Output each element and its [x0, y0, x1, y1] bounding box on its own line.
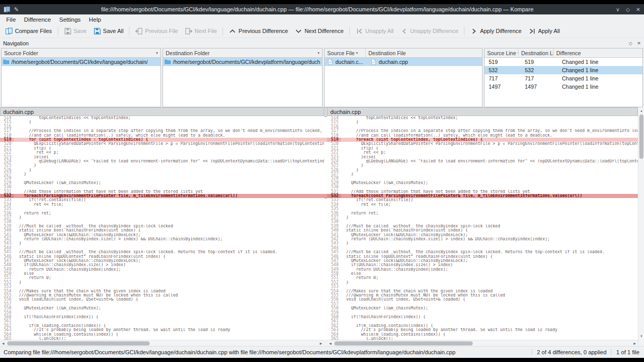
source-pane-title: duchain.cpp: [0, 107, 324, 116]
difference-row[interactable]: 717717Changed 1 line: [485, 74, 642, 83]
code-text: }: [14, 163, 324, 168]
source-hscrollbar[interactable]: ◀ ▶: [0, 340, 324, 346]
next-difference-icon: [295, 27, 302, 35]
code-line: 564 while(m_loading.contains(index)) {: [327, 333, 638, 337]
code-line: 544: [327, 246, 638, 250]
source-line-header[interactable]: Source Line ▾: [485, 48, 519, 57]
unapply-difference-button[interactable]: Unapply Difference: [397, 26, 461, 37]
menu-settings[interactable]: Settings: [55, 15, 85, 24]
dock-close-button[interactable]: ✕: [637, 41, 641, 46]
code-text: }: [14, 241, 324, 245]
previous-difference-button[interactable]: Previous Difference: [226, 26, 291, 37]
scroll-left-icon[interactable]: ◀: [327, 340, 333, 347]
code-line: 529 QMutexLocker l(&m_chainsMutex);: [327, 181, 638, 185]
code-text: [14, 207, 324, 211]
scroll-right-icon[interactable]: ▶: [318, 340, 324, 347]
source-code-view[interactable]: 514 topContextIndices << topContextIndex…: [0, 116, 324, 340]
menu-file[interactable]: File: [2, 15, 20, 24]
source-file-header[interactable]: Source File ▾: [325, 48, 366, 57]
difference-row[interactable]: 519519Changed 1 line: [485, 58, 642, 66]
vertical-scrollbar[interactable]: ▲ ▼: [638, 107, 644, 346]
code-line: 520 QExplicitlySharedDataPointer< Parsin…: [327, 142, 638, 146]
scroll-right-icon[interactable]: ▶: [632, 340, 638, 347]
apply-difference-button[interactable]: Apply Difference: [467, 26, 525, 37]
app-icon: [4, 6, 10, 13]
code-line: 553: [0, 285, 324, 289]
hscroll-thumb[interactable]: [7, 341, 150, 345]
vscroll-thumb[interactable]: [639, 114, 643, 159]
hscroll-thumb[interactable]: [334, 341, 473, 345]
code-text: }: [341, 163, 638, 168]
code-text: [341, 319, 638, 323]
next-file-button[interactable]: Next File: [182, 26, 220, 37]
code-line: 523 }else{: [0, 155, 324, 159]
code-line[interactable]: 532 foreach(const ParsingEnvironmentFile…: [327, 194, 638, 198]
code-line: 534 ret << file;: [0, 203, 324, 207]
save-all-button[interactable]: Save All: [90, 26, 127, 37]
code-text: if(DUChain::chainsByIndex.size() > index…: [341, 263, 638, 267]
maximize-button[interactable]: ◇: [626, 7, 630, 12]
menu-help[interactable]: Help: [85, 15, 105, 24]
code-line: 549 return DUChain::chainsByIndex[index]…: [0, 268, 324, 272]
code-line: 544: [0, 246, 324, 250]
code-line: 525 }: [0, 163, 324, 168]
next-difference-button[interactable]: Next Difference: [292, 26, 347, 37]
code-text: [341, 125, 638, 129]
destination-file-header[interactable]: Destination File: [366, 48, 482, 57]
code-text: [341, 311, 638, 315]
source-pane: duchain.cpp 514 topContextIndices << top…: [0, 107, 324, 346]
menu-difference[interactable]: Difference: [20, 15, 55, 24]
code-line: 543 }: [0, 241, 324, 245]
apply-all-button[interactable]: Apply All: [525, 26, 563, 37]
code-text: //It's probably being loaded by another …: [341, 328, 638, 332]
destination-code-view[interactable]: 514 topContextIndices << topContextIndex…: [327, 116, 638, 340]
code-text: QMutexLocker l(&m_chainsMutex);: [14, 306, 324, 310]
minimize-button[interactable]: ∨: [616, 7, 620, 12]
code-text: ret << file;: [14, 203, 324, 207]
scroll-left-icon[interactable]: ◀: [0, 340, 6, 347]
code-text: else: [341, 272, 638, 276]
code-line: 538: [327, 220, 638, 224]
code-text: return ret;: [341, 211, 638, 216]
code-line[interactable]: 519 for (uint topContextIndex : topConte…: [0, 138, 324, 142]
compare-files-icon: [5, 27, 13, 35]
destination-hscrollbar[interactable]: ◀ ▶: [327, 340, 638, 346]
code-text: }: [14, 216, 324, 220]
code-line: 542 return (DUChain::chainsByIndex.size(…: [327, 237, 638, 241]
difference-header[interactable]: Difference: [554, 48, 642, 57]
save-button[interactable]: Save: [61, 26, 90, 37]
previous-file-button[interactable]: Previous File: [132, 26, 181, 37]
code-text: while(m_loading.contains(index)) {: [14, 333, 324, 337]
toolbar-separator: [222, 27, 223, 36]
code-text: }: [14, 168, 324, 172]
file-pair-row[interactable]: duchain.c... duchain.cpp: [325, 58, 482, 66]
code-text: for (uint topContextIndex : topContextIn…: [14, 138, 324, 142]
difference-row[interactable]: 532532Changed 1 line: [485, 66, 642, 74]
apply-difference-icon: [470, 27, 478, 35]
destination-line-header[interactable]: Destination Line: [519, 48, 554, 57]
code-text: //and can call loadInformation(..) safel…: [14, 134, 324, 138]
code-line: 557: [0, 302, 324, 306]
code-line[interactable]: 519 foreach (uint topContextIndex, topCo…: [327, 138, 638, 142]
code-line: 524 qCDebug(LANGUAGE) << "Failed to load…: [0, 159, 324, 163]
code-line: 531 //Add those information that have no…: [327, 190, 638, 194]
close-button[interactable]: ✕: [636, 7, 640, 12]
scroll-down-icon[interactable]: ▼: [638, 333, 644, 339]
dock-float-button[interactable]: ◇: [629, 41, 633, 46]
code-line: 518 //and can call loadInformation(..) s…: [327, 134, 638, 138]
code-line[interactable]: 532 foreach(ParsingEnvironmentFilePointe…: [0, 194, 324, 198]
compare-files-button[interactable]: Compare Files: [2, 26, 55, 37]
source-folder-row[interactable]: /home/sergobot/Documents/GCI/kdev/langua…: [2, 58, 160, 66]
destination-folder-header[interactable]: Destination Folder ▾: [163, 48, 322, 57]
source-folder-header[interactable]: Source Folder ▾: [2, 48, 160, 57]
destination-folder-row[interactable]: /home/sergobot/Documents/GCI/kdevplatfor…: [163, 58, 322, 66]
code-text: foreach(ParsingEnvironmentFilePointer fi…: [14, 194, 324, 198]
scroll-up-icon[interactable]: ▲: [638, 108, 644, 114]
code-line: 537 }: [0, 216, 324, 220]
unapply-all-button[interactable]: Unapply All: [352, 26, 397, 37]
destination-file-name: duchain.cpp: [379, 59, 408, 65]
apply-all-icon: [528, 27, 536, 35]
code-text: QMutexLocker l(&m_chainsMutex);: [341, 306, 638, 310]
difference-row[interactable]: 14971497Changed 1 line: [485, 83, 642, 91]
code-line: 536 return ret;: [0, 211, 324, 216]
